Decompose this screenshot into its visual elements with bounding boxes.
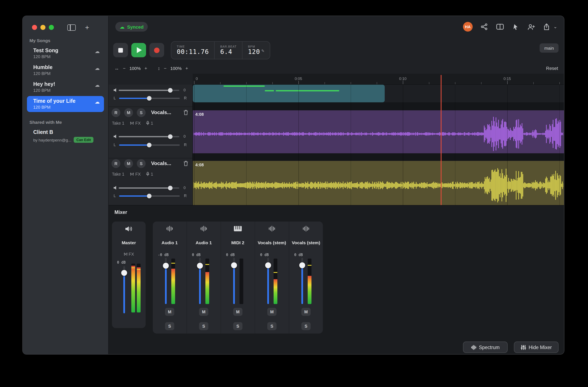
time-display[interactable]: TIME 00:11.76 [171,42,215,59]
track2-record-enable-button[interactable]: R [111,108,120,117]
trash-icon[interactable] [183,109,189,115]
track1-volume-slider[interactable] [119,88,179,92]
h-zoom-in-button[interactable]: + [145,66,147,71]
playhead[interactable] [441,75,441,205]
solo-button[interactable]: S [199,322,208,330]
song-item-humble[interactable]: Humble 120 BPM ☁ [27,62,104,78]
track1-lane[interactable] [193,85,564,102]
fx-control[interactable]: FX [130,172,141,176]
close-button[interactable] [32,25,37,30]
track3-record-enable-button[interactable]: R [111,159,120,168]
track1-pan-slider[interactable] [119,96,180,100]
sync-status-pill[interactable]: ☁ Synced [115,22,148,32]
edit-pencil-icon[interactable]: ✎ [261,49,265,53]
track3-pan-slider[interactable] [119,194,180,198]
take-label[interactable]: Take 1 [112,172,124,176]
track-area: 0 L R R M S Vocals.. [109,85,564,205]
solo-button[interactable]: S [301,322,311,330]
stop-button[interactable] [113,43,128,57]
track3-lane[interactable]: 4:08 [193,161,564,205]
track-lanes: 4:08 4:08 [193,85,564,205]
volume-fader[interactable] [231,258,237,304]
timeline-ruler[interactable]: 00:050:100:15 [193,74,565,85]
track1-volume-value: 0 [184,88,189,92]
add-collaborator-icon[interactable] [527,23,535,31]
input-control[interactable]: 1 [146,172,153,176]
song-item-test-song[interactable]: Test Song 120 BPM ☁ [27,45,104,62]
solo-button[interactable]: S [165,322,174,330]
mixer-channel-vocals-stem-1[interactable]: Vocals (stem) 0 dB M S [255,221,289,334]
minimize-button[interactable] [41,25,45,30]
mixer-channel-vocals-stem-2[interactable]: Vocals (stem) 0 dB M S [289,221,323,334]
track2-volume-slider[interactable] [119,134,179,139]
v-zoom-in-button[interactable]: + [185,66,188,71]
split-view-icon[interactable] [496,23,504,31]
mixer-channel-audio-1b[interactable]: Audio 1 0 dB M S [187,221,221,334]
vocals-stem-audio-region[interactable]: 4:08 [193,161,564,205]
share-nodes-icon[interactable] [481,23,488,31]
solo-button[interactable]: S [267,322,276,330]
waveform [194,168,563,203]
record-button[interactable] [149,43,164,57]
h-zoom-out-button[interactable]: − [123,66,126,71]
track3-name[interactable]: Vocals... [151,160,171,166]
mute-button[interactable]: M [301,308,311,316]
shared-item-client-b[interactable]: Client B by haydentpenn@g... Can Edit [27,127,104,144]
midi-region[interactable] [193,85,385,102]
hide-mixer-button[interactable]: Hide Mixer [514,342,559,353]
song-title: Time of your Life [33,98,98,105]
can-edit-badge: Can Edit [74,137,93,143]
chevron-down-icon[interactable]: ⌄ [553,24,557,29]
fx-control[interactable]: FX [112,252,146,257]
play-button[interactable] [131,43,146,57]
maximize-button[interactable] [49,25,54,30]
solo-button[interactable]: S [233,322,242,330]
sidebar-toggle-icon[interactable] [67,24,76,31]
fx-control[interactable]: FX [130,121,141,125]
avatar[interactable]: HA [463,22,473,32]
branch-selector[interactable]: main [540,43,559,53]
bar-beat-display[interactable]: BAR.BEAT 6.4 [215,42,243,59]
master-volume-fader[interactable] [121,266,127,313]
vocals-audio-region[interactable]: 4:08 [193,110,564,153]
track3-volume-slider[interactable] [119,186,179,190]
track2-name[interactable]: Vocals... [151,109,171,115]
new-song-button[interactable]: + [85,25,89,30]
desktop: + My Songs Test Song 120 BPM ☁ Humble 12… [0,0,588,387]
reset-zoom-button[interactable]: Reset [546,66,558,71]
track3-mute-button[interactable]: M [124,159,133,168]
time-label: TIME [177,45,209,48]
v-zoom-out-button[interactable]: − [164,66,167,71]
spectrum-button[interactable]: Spectrum [463,342,508,353]
mute-button[interactable]: M [199,308,208,316]
bpm-display[interactable]: BPM 120 ✎ [242,42,270,59]
volume-fader[interactable] [299,258,305,304]
cursor-tool-icon[interactable] [512,23,519,31]
track3-solo-button[interactable]: S [137,159,146,168]
track2-solo-button[interactable]: S [137,108,146,117]
speaker-icon [124,225,133,232]
volume-fader[interactable] [197,258,203,304]
track2-pan-slider[interactable] [119,143,180,147]
mixer-channel-audio-1[interactable]: Audio 1 -0 dB M S [153,221,187,334]
mute-button[interactable]: M [165,308,174,316]
mute-button[interactable]: M [233,308,242,316]
channel-db-value: 0 dB [260,253,269,257]
volume-fader[interactable] [163,258,169,304]
speaker-icon [113,134,118,139]
mixer-channel-midi-2[interactable]: MIDI 2 0 dB M S [221,221,255,334]
volume-fader[interactable] [265,258,271,304]
take-label[interactable]: Take 1 [112,121,124,125]
share-export-icon[interactable] [543,23,550,31]
cloud-icon: ☁ [120,24,125,29]
master-channel-strip[interactable]: Master FX 0 dB [112,221,146,328]
input-control[interactable]: 1 [146,121,153,125]
track2-lane[interactable]: 4:08 [193,110,564,153]
trash-icon[interactable] [183,160,189,166]
song-item-time-of-your-life-selected[interactable]: Time of your Life 120 BPM ☁ [27,96,104,112]
fx-label: FX [135,121,141,125]
track2-mute-button[interactable]: M [124,108,133,117]
channel-db-value: 0 dB [117,260,126,264]
song-item-hey-hey[interactable]: Hey hey! 120 BPM ☁ [27,79,104,95]
mute-button[interactable]: M [267,308,276,316]
